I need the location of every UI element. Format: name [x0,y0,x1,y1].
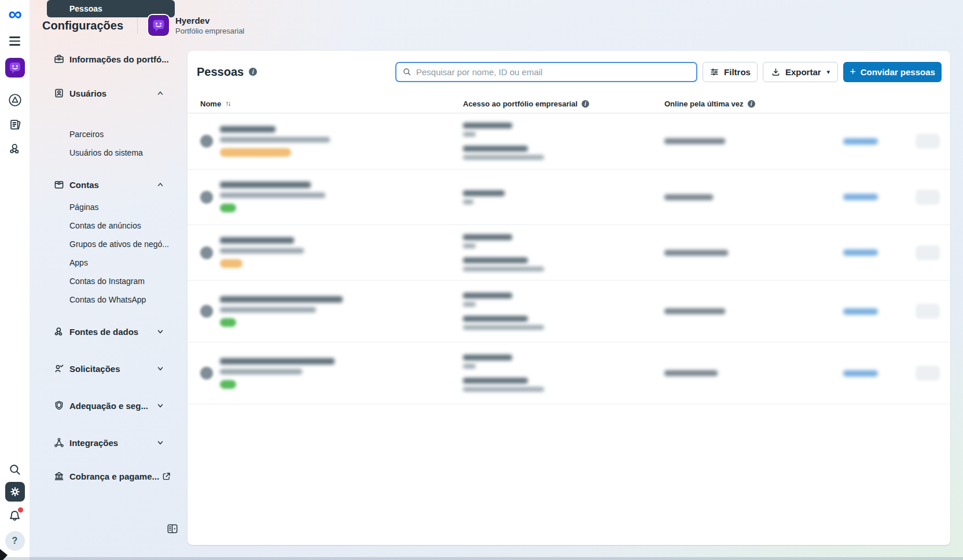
bank-icon [53,470,65,482]
chevron-up-icon [156,89,164,97]
last-online-cell [664,308,843,314]
status-badge [220,148,291,157]
sort-icon[interactable]: ↑↓ [225,100,230,108]
external-link-icon [161,471,171,481]
toolbar-controls: Filtros Exportar ▾ + Convidar pessoas [395,62,942,82]
meta-logo-icon[interactable]: ∞ [0,5,30,23]
sidebar-item-cobranca-pagamentos[interactable]: Cobrança e pagame... [30,467,188,485]
row-more-options-button[interactable] [916,366,940,381]
avatar [200,305,213,318]
sidebar-section-usuarios[interactable]: Usuários [30,84,188,102]
action-link-cell [843,308,916,315]
row-more-options-button[interactable] [916,304,940,319]
redacted-action-link[interactable] [843,308,878,315]
access-cell [463,123,664,160]
question-mark-icon: ? [5,531,25,551]
redacted-person-email [220,369,302,374]
sidebar-section-fontes-de-dados[interactable]: Fontes de dados [30,322,188,341]
redacted-access-block [463,146,664,160]
column-header-online: Online pela última vez i [664,100,843,108]
chevron-up-icon [156,180,164,189]
settings-nav-selected[interactable] [0,482,30,502]
search-icon[interactable] [0,462,30,477]
redacted-access-block [463,293,664,307]
table-header: Nome ↑↓ Acesso ao portfólio empresarial … [188,94,950,113]
sidebar-item-grupos-de-ativos[interactable]: Grupos de ativos de negó... [30,235,188,253]
column-header-nome: Nome ↑↓ [188,100,463,108]
redacted-person-name [220,358,335,364]
sidebar-item-contas-do-whatsapp[interactable]: Contas do WhatsApp [30,290,188,309]
page-header: Configurações Hyerdev Portfólio empresar… [42,9,244,42]
info-icon[interactable]: i [582,100,589,108]
sidebar-section-solicitacoes[interactable]: Solicitações [30,359,188,378]
search-icon [402,67,411,76]
table-row[interactable] [188,113,950,170]
redacted-access-block [463,257,664,271]
header-divider [137,17,138,34]
invite-people-button[interactable]: + Convidar pessoas [843,62,942,82]
redacted-action-link[interactable] [843,194,878,200]
column-header-acesso: Acesso ao portfólio empresarial i [463,100,664,108]
person-name-cell [188,126,463,157]
help-button[interactable]: ? [0,531,30,551]
bottom-edge-strip [0,557,963,560]
table-row[interactable] [188,342,950,404]
redacted-action-link[interactable] [843,138,878,145]
sidebar-item-apps[interactable]: Apps [30,253,188,272]
sidebar-item-portfolio-info[interactable]: Informações do portfó... [30,50,188,68]
redacted-access-block [463,316,664,330]
row-more-options-button[interactable] [916,245,940,260]
business-avatar[interactable] [0,58,30,78]
settings-sidebar: Informações do portfó... Usuários Pessoa… [30,0,188,560]
person-name-cell [188,296,463,327]
person-name-cell [188,182,463,212]
redacted-person-name [220,237,294,244]
business-name: Hyerdev [175,16,244,26]
redacted-person-email [220,193,325,198]
hamburger-menu-icon[interactable] [0,35,30,47]
chevron-down-icon [156,401,164,410]
row-more-options-button[interactable] [916,190,940,205]
notifications-bell-icon[interactable] [0,508,30,524]
sidebar-section-contas[interactable]: Contas [30,175,188,194]
redacted-access-block [463,355,664,369]
info-icon[interactable]: i [249,68,257,76]
sidebar-item-usuarios-do-sistema[interactable]: Usuários do sistema [30,143,188,162]
redacted-action-link[interactable] [843,370,878,377]
person-name-cell [188,358,463,389]
status-badge [220,380,236,389]
table-row[interactable] [188,170,950,225]
redacted-access-block [463,234,664,248]
action-link-cell [843,138,916,145]
info-icon[interactable]: i [748,100,755,108]
collapse-sidebar-icon[interactable] [166,522,179,535]
access-cell [463,190,664,204]
pages-icon[interactable] [0,117,30,132]
filters-button[interactable]: Filtros [703,62,758,82]
redacted-action-link[interactable] [843,249,878,256]
redacted-last-online-date [664,370,718,376]
business-assets-icon[interactable] [0,141,30,156]
sidebar-section-integracoes[interactable]: Integrações [30,433,188,452]
data-sources-icon [53,326,65,337]
sidebar-item-contas-do-instagram[interactable]: Contas do Instagram [30,272,188,290]
left-icon-rail: ∞ [0,0,30,560]
panel-toolbar: Pessoas i Filtros Exportar [197,61,942,82]
export-button[interactable]: Exportar ▾ [763,62,838,82]
table-row[interactable] [188,281,950,342]
redacted-person-email [220,307,316,312]
search-input[interactable] [416,67,690,77]
sidebar-item-contas-de-anuncios[interactable]: Contas de anúncios [30,216,188,235]
row-more-options-button[interactable] [916,134,940,149]
ads-manager-icon[interactable] [0,93,30,108]
table-row[interactable] [188,225,950,281]
sidebar-item-parceiros[interactable]: Parceiros [30,125,188,143]
sidebar-section-adequacao-seguranca[interactable]: Adequação e seg... [30,396,188,415]
chevron-down-icon [156,364,164,373]
business-portfolio-switcher[interactable]: Hyerdev Portfólio empresarial [148,15,244,36]
business-subtitle: Portfólio empresarial [175,26,244,36]
redacted-last-online-date [664,308,725,314]
access-cell [463,293,664,330]
sidebar-item-paginas[interactable]: Páginas [30,198,188,216]
person-check-icon [53,363,65,374]
